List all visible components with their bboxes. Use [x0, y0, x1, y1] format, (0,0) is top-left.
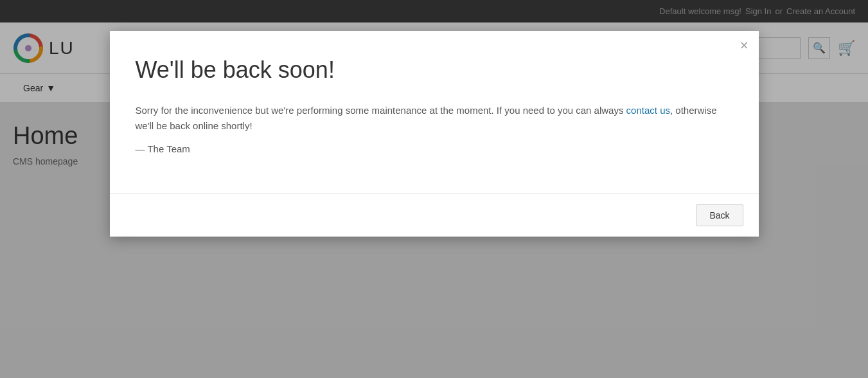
modal-signature: — The Team — [136, 143, 733, 154]
back-button[interactable]: Back — [696, 204, 743, 226]
modal-overlay: × We'll be back soon! Sorry for the inco… — [0, 0, 868, 378]
modal-body: We'll be back soon! Sorry for the inconv… — [110, 31, 759, 194]
contact-us-link[interactable]: contact us — [626, 105, 670, 116]
modal-message-before: Sorry for the inconvenience but we're pe… — [136, 105, 626, 116]
modal-footer: Back — [110, 194, 759, 237]
modal-message: Sorry for the inconvenience but we're pe… — [136, 103, 733, 134]
modal-close-button[interactable]: × — [740, 39, 748, 53]
modal-dialog: × We'll be back soon! Sorry for the inco… — [110, 31, 759, 237]
modal-title: We'll be back soon! — [136, 57, 733, 84]
